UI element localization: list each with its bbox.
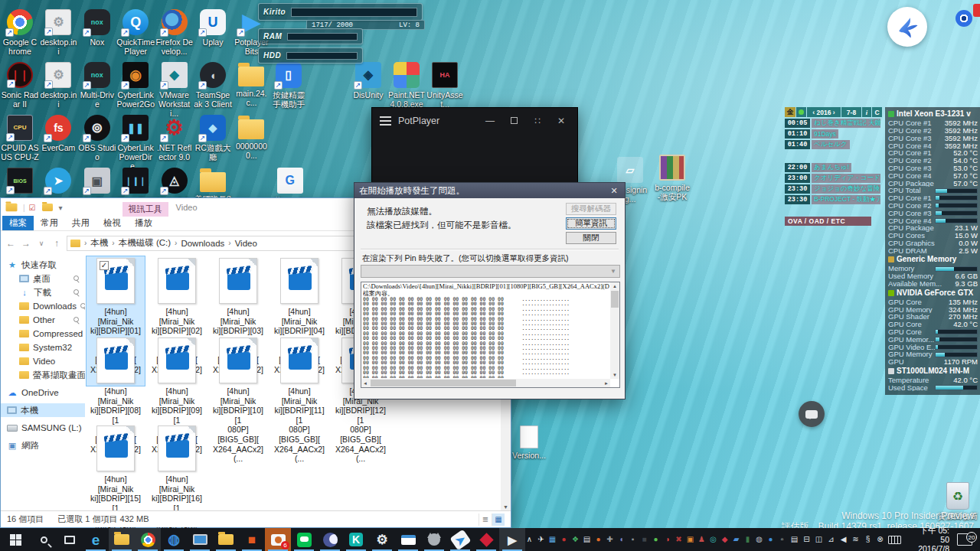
desktop-icon[interactable]: ◉↗CyberLink Power2Go: [116, 62, 155, 109]
tray-icon[interactable]: ▫: [778, 536, 786, 543]
simple-info-button[interactable]: 簡單資訊: [566, 217, 616, 230]
tray-icon[interactable]: ◆: [720, 536, 729, 543]
taskbar-app-edge[interactable]: e: [83, 528, 109, 551]
tray-icon[interactable]: ■: [640, 536, 648, 543]
sidebar-item[interactable]: System32: [1, 341, 85, 354]
schedule-row[interactable]: 00:05ねじ巻き精霊戦記 天鏡の7: [785, 119, 882, 128]
desktop-icon[interactable]: ◆↗VMware Workstati...: [155, 62, 194, 118]
action-center-button[interactable]: 20: [957, 533, 972, 546]
schedule-row[interactable]: 23:30B-PROJECT - 鼓動★アンビ3: [785, 195, 882, 204]
textarea-hscrollbar[interactable]: ◄►: [361, 379, 610, 387]
desktop-icon[interactable]: nox↗Multi-Drive: [78, 62, 116, 109]
sidebar-item[interactable]: 桌面: [1, 272, 85, 285]
file-item[interactable]: [4hun][Mirai_Nik ki][BDRIP][10][1 080P][…: [209, 336, 267, 465]
taskbar-app-bird-app[interactable]: ➤: [447, 528, 473, 551]
task-view-button[interactable]: [57, 528, 83, 551]
desktop-icon[interactable]: HAUnityAsset...: [426, 62, 464, 109]
selected-checkbox[interactable]: ✓: [100, 261, 109, 270]
sidebar-item[interactable]: 螢幕擷取畫面: [1, 368, 85, 382]
schedule-date[interactable]: 7-8: [841, 107, 861, 117]
desktop-icon[interactable]: fs↗EverCam: [39, 115, 77, 152]
schedule-row[interactable]: 01:1091Days: [785, 129, 882, 139]
schedule-row[interactable]: 23:30ジョジョの奇妙な冒険 第4: [785, 184, 882, 194]
search-decoder-button[interactable]: 搜尋解碼器: [566, 203, 616, 215]
tab-3[interactable]: 檢視: [96, 216, 128, 230]
minimize-button[interactable]: —: [482, 116, 498, 126]
corner-notification-icon[interactable]: [973, 4, 980, 17]
qat-properties-icon[interactable]: ☑: [29, 204, 36, 212]
taskbar-app-settings[interactable]: ⚙: [369, 528, 395, 551]
schedule-refresh-button[interactable]: C: [872, 107, 882, 117]
dialog-close-icon[interactable]: ✕: [608, 186, 620, 196]
tray-icon[interactable]: ✈: [537, 536, 545, 543]
desktop-icon[interactable]: Version...: [510, 425, 548, 460]
taskbar-app-line[interactable]: [291, 528, 317, 551]
sidebar-item[interactable]: Downloads: [1, 299, 85, 313]
sidebar-item[interactable]: Compressed: [1, 327, 85, 341]
tray-system-icon[interactable]: ≋: [851, 536, 860, 543]
schedule-row[interactable]: 22:00あまんちゅ!: [785, 163, 882, 172]
schedule-year-nav[interactable]: ‹ 2016 ›: [807, 107, 841, 117]
hscroll-thumb[interactable]: [371, 380, 516, 386]
forward-icon[interactable]: →: [21, 238, 31, 249]
sidebar-item[interactable]: ↓下載: [1, 285, 85, 299]
sidebar-item[interactable]: 本機: [1, 403, 85, 417]
tray-system-icon[interactable]: §: [864, 536, 872, 543]
schedule-row[interactable]: 23:00クオリディア・コード: [785, 174, 882, 183]
schedule-row[interactable]: 01:40ベルセルク: [785, 140, 882, 149]
file-item[interactable]: [4hun][Mirai_Nik ki][BDRIP][11][1 080P][…: [270, 336, 328, 465]
desktop-icon[interactable]: ◈↗DisUnity: [349, 62, 387, 99]
tray-system-icon[interactable]: ⊗: [876, 536, 884, 543]
tray-icon[interactable]: ◑: [663, 536, 671, 543]
sidebar-item[interactable]: SAMSUNG (L:): [1, 421, 85, 435]
desktop-icon[interactable]: CPU↗CPUID ASUS CPU-Z: [1, 115, 39, 161]
tray-icon[interactable]: ▪: [629, 536, 637, 543]
breadcrumb-segment[interactable]: 本機: [90, 237, 108, 249]
thumbnail-view-button[interactable]: ▦: [492, 514, 505, 526]
sidebar-item[interactable]: ☁OneDrive: [1, 386, 85, 399]
taskbar-app-explorer[interactable]: [109, 528, 135, 551]
desktop-icon[interactable]: ❚❚↗CyberLink PowerDire...: [116, 115, 155, 171]
maximize-button[interactable]: [505, 116, 522, 126]
sidebar-item[interactable]: Video: [1, 354, 85, 368]
qat-dropdown-icon[interactable]: ▾: [59, 204, 63, 212]
tray-icon[interactable]: ●: [652, 536, 660, 543]
sidebar-item[interactable]: Other: [1, 313, 85, 327]
desktop-icon[interactable]: 00000000...: [232, 115, 270, 160]
desktop-icon[interactable]: Q↗QuickTime Player: [116, 9, 155, 56]
breadcrumb-segment[interactable]: Downloads: [181, 239, 224, 248]
desktop-icon[interactable]: ↗Firefox Develop...: [155, 9, 194, 56]
file-info-textarea[interactable]: C:\Downloads\Video\[4hun][Mirai_Nikki][B…: [361, 282, 620, 388]
tray-icon[interactable]: ●: [594, 536, 603, 543]
desktop-icon[interactable]: U↗Uplay: [194, 9, 232, 47]
tray-icon[interactable]: ▤: [583, 536, 591, 543]
taskbar-app-pc[interactable]: [187, 528, 213, 551]
tray-system-icon[interactable]: ▤: [790, 536, 799, 543]
taskbar-app-card-app[interactable]: [395, 528, 421, 551]
taskbar-app-moon-app[interactable]: [317, 528, 343, 551]
list-view-button[interactable]: ≣: [479, 514, 492, 526]
taskbar-clock[interactable]: 下午 05: 50 2016/7/8: [909, 526, 949, 551]
tab-2[interactable]: 共用: [65, 216, 96, 230]
taskbar-app-diamond-app[interactable]: [473, 528, 499, 551]
ime-keyboard-icon[interactable]: [888, 536, 901, 544]
desktop-icon[interactable]: ⚙↗desktop.ini: [39, 62, 77, 109]
tray-icon[interactable]: ▣: [686, 536, 694, 543]
breadcrumb-segment[interactable]: 本機磁碟 (C:): [119, 237, 171, 249]
desktop-icon[interactable]: ❘❘↗Sonic Radar II: [1, 62, 39, 109]
back-icon[interactable]: ←: [5, 238, 16, 249]
tray-icon[interactable]: ●: [766, 536, 775, 543]
desktop-icon[interactable]: main.24.c...: [232, 62, 270, 107]
sidebar-item[interactable]: ▣網路: [1, 439, 85, 452]
tray-icon[interactable]: ❖: [571, 536, 580, 543]
tray-icon[interactable]: ◍: [755, 536, 763, 543]
tray-icon[interactable]: ▰: [732, 536, 740, 543]
sidebar-item[interactable]: ★快速存取: [1, 258, 85, 272]
pin-dropdown[interactable]: ▼: [361, 265, 620, 278]
desktop-icon[interactable]: ◖↗TeamSpeak 3 Client: [194, 62, 232, 109]
tray-icon[interactable]: ◖: [617, 536, 626, 543]
desktop-icon[interactable]: ◆↗RC遊戲大廳: [194, 115, 232, 161]
thunder-download-float-icon[interactable]: [887, 7, 927, 47]
quick-access-toolbar[interactable]: | ☑ ▾: [4, 202, 63, 213]
breadcrumb-segment[interactable]: Video: [235, 239, 257, 248]
